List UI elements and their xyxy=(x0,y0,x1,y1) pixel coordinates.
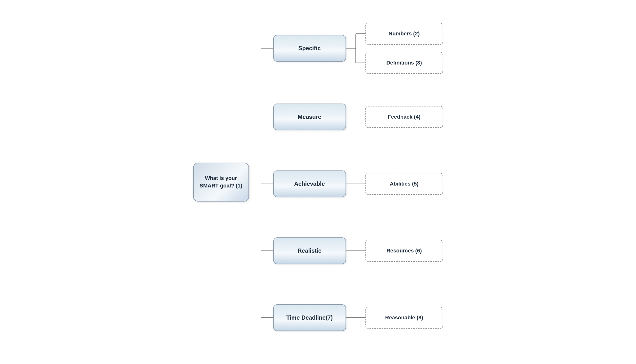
mid-node-measure: Measure xyxy=(273,104,346,130)
root-node: What is your SMART goal? (1) xyxy=(193,163,249,202)
leaf-node-feedback: Feedback (4) xyxy=(365,106,443,128)
leaf-label-definitions: Definitions (3) xyxy=(386,60,422,66)
smart-goal-diagram: What is your SMART goal? (1) Specific Nu… xyxy=(193,13,443,351)
mid-node-realistic: Realistic xyxy=(273,238,346,264)
root-label: What is your SMART goal? (1) xyxy=(200,174,242,190)
leaf-node-numbers: Numbers (2) xyxy=(365,23,443,44)
branch-row-time: Time Deadline(7) Reasonable (8) xyxy=(273,284,443,351)
branch-row-realistic: Realistic Resources (6) xyxy=(273,217,443,284)
mid-label-achievable: Achievable xyxy=(294,180,325,187)
mid-label-measure: Measure xyxy=(298,114,321,120)
leaf-label-numbers: Numbers (2) xyxy=(388,30,420,37)
leaves-specific: Numbers (2) Definitions (3) xyxy=(365,23,443,74)
leaf-label-abilities: Abilities (5) xyxy=(390,181,419,187)
mid-node-time: Time Deadline(7) xyxy=(273,304,346,331)
mid-node-specific: Specific xyxy=(273,35,346,62)
leaf-node-reasonable: Reasonable (8) xyxy=(365,307,443,328)
mid-label-time: Time Deadline(7) xyxy=(286,314,333,321)
leaf-node-abilities: Abilities (5) xyxy=(365,173,443,195)
leaf-node-resources: Resources (6) xyxy=(365,240,443,262)
branches-section: Specific Numbers (2) Definitions (3) Mea… xyxy=(273,13,443,351)
branch-row-specific: Specific Numbers (2) Definitions (3) xyxy=(273,13,443,84)
leaf-node-definitions: Definitions (3) xyxy=(365,52,443,74)
leaf-label-reasonable: Reasonable (8) xyxy=(385,314,423,321)
leaf-label-resources: Resources (6) xyxy=(387,248,422,254)
mid-label-realistic: Realistic xyxy=(298,247,322,254)
mid-node-achievable: Achievable xyxy=(273,170,346,197)
leaf-label-feedback: Feedback (4) xyxy=(388,114,420,120)
branch-row-achievable: Achievable Abilities (5) xyxy=(273,150,443,217)
mid-label-specific: Specific xyxy=(298,45,321,52)
branch-row-measure: Measure Feedback (4) xyxy=(273,84,443,150)
